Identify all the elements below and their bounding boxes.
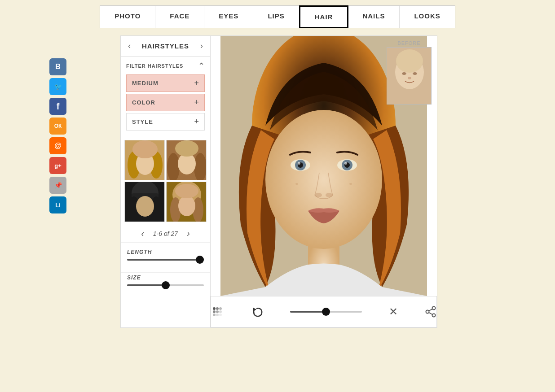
share-btn[interactable] <box>425 306 436 318</box>
hairstyle-thumb-3[interactable] <box>124 182 165 222</box>
svg-point-53 <box>216 314 219 316</box>
svg-point-17 <box>136 196 154 217</box>
filter-title: FILTER HAIRSTYLES <box>126 63 183 69</box>
social-ok[interactable]: ОК <box>49 118 66 135</box>
svg-line-60 <box>429 313 432 314</box>
svg-point-41 <box>344 162 347 165</box>
svg-point-5 <box>132 140 158 158</box>
length-slider-track[interactable] <box>127 259 204 261</box>
tab-face[interactable]: FACE <box>155 6 204 28</box>
opacity-fill <box>290 311 326 313</box>
svg-point-44 <box>295 183 298 185</box>
svg-point-33 <box>265 110 382 249</box>
svg-point-45 <box>349 183 352 185</box>
size-slider-section: SIZE <box>121 272 210 298</box>
svg-point-48 <box>219 307 222 310</box>
svg-point-9 <box>194 153 207 180</box>
next-arrow[interactable]: › <box>200 41 203 51</box>
svg-line-59 <box>429 309 432 311</box>
before-container: BEFORE <box>387 40 432 105</box>
social-vk[interactable]: В <box>49 58 66 75</box>
length-slider-section: LENGTH <box>121 242 210 272</box>
filter-header: FILTER HAIRSTYLES ⌃ <box>126 61 205 71</box>
social-gplus[interactable]: g+ <box>49 157 66 174</box>
panel-title: HAIRSTYLES <box>142 42 189 50</box>
opacity-btn[interactable] <box>211 305 224 318</box>
svg-point-47 <box>216 307 219 310</box>
svg-point-52 <box>213 314 216 316</box>
social-li[interactable]: Li <box>49 196 66 213</box>
before-thumbnail[interactable] <box>387 47 432 105</box>
filter-medium-plus: + <box>194 78 199 88</box>
filter-color-label: COLOR <box>132 99 155 106</box>
svg-point-58 <box>426 310 429 314</box>
main-nav: PHOTO FACE EYES LIPS HAIR NAILS LOOKS <box>100 5 455 28</box>
length-slider-thumb[interactable] <box>196 256 204 264</box>
svg-point-28 <box>413 72 417 75</box>
tab-eyes[interactable]: EYES <box>204 6 253 28</box>
filter-section: FILTER HAIRSTYLES ⌃ MEDIUM + COLOR + STY… <box>121 57 210 137</box>
tab-nails[interactable]: NAILS <box>348 6 400 28</box>
svg-point-56 <box>432 307 436 310</box>
svg-point-37 <box>298 162 300 165</box>
size-slider-thumb[interactable] <box>162 281 170 289</box>
opacity-slider[interactable] <box>290 311 362 313</box>
svg-point-23 <box>175 184 198 198</box>
svg-point-46 <box>213 307 216 310</box>
social-sidebar: В 🐦 f ОК @ g+ 📌 Li <box>49 58 66 213</box>
svg-point-54 <box>219 314 222 316</box>
hairstyle-thumb-1[interactable] <box>124 140 165 180</box>
svg-point-11 <box>175 140 198 157</box>
social-mail[interactable]: @ <box>49 137 66 154</box>
svg-point-27 <box>402 72 406 75</box>
length-label: LENGTH <box>127 249 204 255</box>
svg-marker-55 <box>253 308 256 311</box>
size-slider-track[interactable] <box>127 284 204 286</box>
svg-point-22 <box>178 196 195 216</box>
svg-point-57 <box>432 314 436 317</box>
svg-point-26 <box>396 49 423 73</box>
filter-style-plus: + <box>194 117 199 126</box>
size-label: SIZE <box>127 274 204 281</box>
svg-point-51 <box>219 310 222 313</box>
svg-point-43 <box>326 193 333 197</box>
before-label: BEFORE <box>387 40 432 46</box>
filter-medium[interactable]: MEDIUM + <box>126 74 205 92</box>
social-twitter[interactable]: 🐦 <box>49 78 66 95</box>
size-slider-fill <box>127 284 166 286</box>
page-info: 1-6 of 27 <box>153 230 178 237</box>
hairstyle-thumbnails <box>121 137 210 225</box>
tab-looks[interactable]: LOOKS <box>400 6 454 28</box>
pagination: ‹ 1-6 of 27 › <box>121 225 210 242</box>
hairstyle-thumb-4[interactable] <box>166 182 207 222</box>
next-page[interactable]: › <box>187 228 190 239</box>
social-pin[interactable]: 📌 <box>49 177 66 194</box>
right-panel: BEFORE <box>210 35 437 328</box>
svg-point-49 <box>213 310 216 313</box>
filter-color[interactable]: COLOR + <box>126 94 205 111</box>
photo-area: BEFORE <box>211 36 437 296</box>
social-facebook[interactable]: f <box>49 98 66 115</box>
svg-point-50 <box>216 310 219 313</box>
hairstyle-thumb-2[interactable] <box>166 140 207 180</box>
prev-arrow[interactable]: ‹ <box>128 41 131 51</box>
filter-style[interactable]: STYLE + <box>126 113 205 131</box>
filter-color-plus: + <box>194 98 199 107</box>
content-area: ‹ HAIRSTYLES › FILTER HAIRSTYLES ⌃ MEDIU… <box>120 35 435 328</box>
tab-photo[interactable]: PHOTO <box>100 6 155 28</box>
undo-btn[interactable] <box>251 305 263 318</box>
length-slider-fill <box>127 259 200 261</box>
svg-point-29 <box>408 77 411 79</box>
prev-page[interactable]: ‹ <box>141 228 144 239</box>
filter-style-label: STYLE <box>132 118 153 125</box>
tab-hair[interactable]: HAIR <box>299 5 349 28</box>
filter-collapse-btn[interactable]: ⌃ <box>198 61 205 71</box>
filter-medium-label: MEDIUM <box>132 80 159 87</box>
svg-point-42 <box>315 193 322 197</box>
tab-lips[interactable]: LIPS <box>253 6 299 28</box>
left-panel: ‹ HAIRSTYLES › FILTER HAIRSTYLES ⌃ MEDIU… <box>120 35 210 328</box>
close-btn[interactable]: ✕ <box>389 305 398 318</box>
svg-point-8 <box>167 153 180 180</box>
opacity-thumb[interactable] <box>322 308 330 316</box>
bottom-toolbar: ✕ <box>211 296 437 327</box>
